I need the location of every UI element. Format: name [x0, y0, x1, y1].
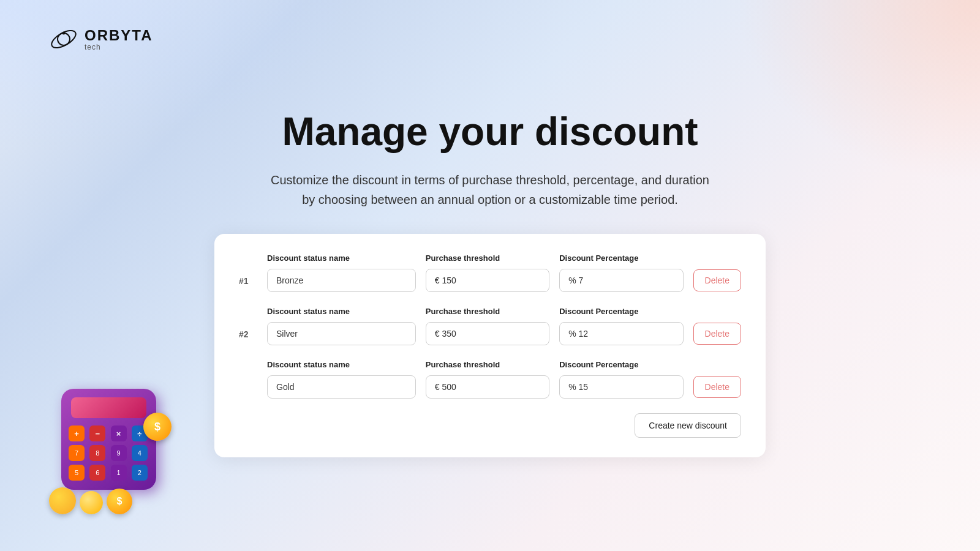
create-new-discount-button[interactable]: Create new discount — [635, 413, 741, 438]
label-percentage-1: Discount Percentage — [559, 253, 683, 263]
svg-point-2 — [62, 32, 66, 35]
logo-sub: tech — [85, 43, 153, 51]
row-number-1: #1 — [239, 276, 257, 292]
field-threshold-1: Purchase threshold — [426, 253, 549, 292]
discount-row-1: #1 Discount status name Purchase thresho… — [239, 253, 741, 292]
input-percentage-2[interactable] — [559, 322, 683, 345]
input-threshold-2[interactable] — [426, 322, 549, 345]
logo: ORBYTA tech — [49, 24, 153, 54]
input-percentage-3[interactable] — [559, 375, 683, 399]
field-status-name-3: Discount status name — [267, 360, 416, 399]
label-status-name-1: Discount status name — [267, 253, 416, 263]
page-subtitle: Customize the discount in terms of purch… — [271, 170, 709, 209]
calculator-illustration: + − × ÷ 7 8 9 4 5 6 1 2 $ $ — [49, 380, 172, 514]
label-threshold-3: Purchase threshold — [426, 360, 549, 369]
field-percentage-3: Discount Percentage — [559, 360, 683, 399]
label-percentage-3: Discount Percentage — [559, 360, 683, 369]
discount-row-3: Discount status name Purchase threshold … — [239, 360, 741, 399]
delete-button-3[interactable]: Delete — [693, 376, 741, 398]
label-threshold-2: Purchase threshold — [426, 307, 549, 316]
svg-point-1 — [49, 27, 78, 51]
orbyta-logo-icon — [49, 24, 78, 54]
label-status-name-3: Discount status name — [267, 360, 416, 369]
page-title: Manage your discount — [271, 110, 709, 153]
logo-name: ORBYTA — [85, 28, 153, 43]
card-footer: Create new discount — [239, 413, 741, 438]
fields-group-3: Discount status name Purchase threshold … — [267, 360, 684, 399]
input-threshold-1[interactable] — [426, 269, 549, 292]
field-percentage-2: Discount Percentage — [559, 307, 683, 345]
delete-button-1[interactable]: Delete — [693, 269, 741, 291]
field-threshold-3: Purchase threshold — [426, 360, 549, 399]
label-threshold-1: Purchase threshold — [426, 253, 549, 263]
fields-group-1: Discount status name Purchase threshold … — [267, 253, 684, 292]
input-threshold-3[interactable] — [426, 375, 549, 399]
page-heading: Manage your discount Customize the disco… — [271, 110, 709, 209]
input-status-name-1[interactable] — [267, 269, 416, 292]
field-percentage-1: Discount Percentage — [559, 253, 683, 292]
input-percentage-1[interactable] — [559, 269, 683, 292]
label-percentage-2: Discount Percentage — [559, 307, 683, 316]
delete-button-2[interactable]: Delete — [693, 323, 741, 345]
field-status-name-2: Discount status name — [267, 307, 416, 345]
label-status-name-2: Discount status name — [267, 307, 416, 316]
row-number-3 — [239, 392, 257, 399]
row-number-2: #2 — [239, 329, 257, 345]
discount-card: #1 Discount status name Purchase thresho… — [214, 234, 766, 457]
fields-group-2: Discount status name Purchase threshold … — [267, 307, 684, 345]
input-status-name-2[interactable] — [267, 322, 416, 345]
input-status-name-3[interactable] — [267, 375, 416, 399]
field-threshold-2: Purchase threshold — [426, 307, 549, 345]
discount-row-2: #2 Discount status name Purchase thresho… — [239, 307, 741, 345]
field-status-name-1: Discount status name — [267, 253, 416, 292]
